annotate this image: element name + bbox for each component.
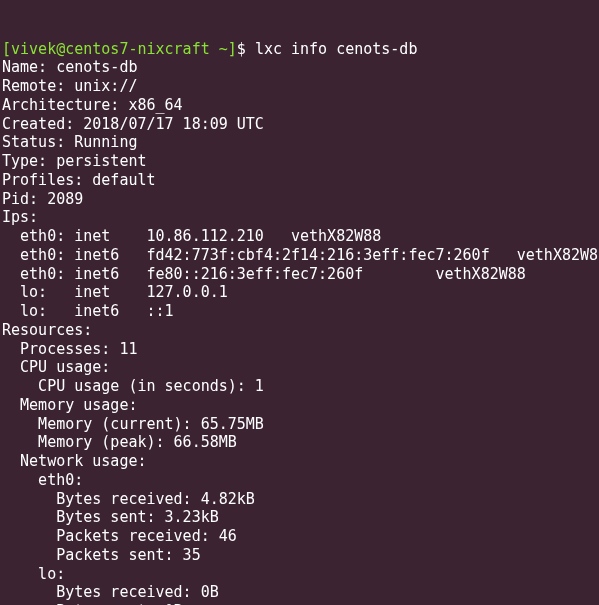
output-ip-lo-inet: lo: inet 127.0.0.1 [2,283,228,301]
output-net-eth0-packets-received: Packets received: 46 [2,527,237,545]
output-ips-header: Ips: [2,208,38,226]
output-mem-current: Memory (current): 65.75MB [2,415,264,433]
output-ip-eth0-inet6b: eth0: inet6 fe80::216:3eff:fec7:260f vet… [2,265,526,283]
output-net-eth0-bytes-received: Bytes received: 4.82kB [2,490,255,508]
output-mem-peak: Memory (peak): 66.58MB [2,433,237,451]
output-ip-eth0-inet6a: eth0: inet6 fd42:773f:cbf4:2f14:216:3eff… [2,246,599,264]
shell-prompt-dollar: $ [237,40,255,58]
command-input[interactable]: lxc info cenots-db [255,40,418,58]
output-net-eth0-packets-sent: Packets sent: 35 [2,546,201,564]
output-cpu-header: CPU usage: [2,358,110,376]
output-net-lo-bytes-received: Bytes received: 0B [2,583,219,601]
output-processes: Processes: 11 [2,340,137,358]
output-status: Status: Running [2,133,137,151]
output-remote: Remote: unix:// [2,77,137,95]
output-mem-header: Memory usage: [2,396,137,414]
output-created: Created: 2018/07/17 18:09 UTC [2,115,264,133]
output-ip-eth0-inet: eth0: inet 10.86.112.210 vethX82W88 [2,227,381,245]
output-net-eth0: eth0: [2,471,83,489]
output-ip-lo-inet6: lo: inet6 ::1 [2,302,174,320]
output-pid: Pid: 2089 [2,190,83,208]
output-name: Name: cenots-db [2,58,137,76]
output-net-header: Network usage: [2,452,147,470]
output-resources-header: Resources: [2,321,92,339]
output-cpu-seconds: CPU usage (in seconds): 1 [2,377,264,395]
output-type: Type: persistent [2,152,147,170]
shell-prompt-userhost: [vivek@centos7-nixcraft ~] [2,40,237,58]
output-architecture: Architecture: x86_64 [2,96,183,114]
output-net-eth0-bytes-sent: Bytes sent: 3.23kB [2,508,219,526]
output-net-lo: lo: [2,565,65,583]
output-profiles: Profiles: default [2,171,156,189]
